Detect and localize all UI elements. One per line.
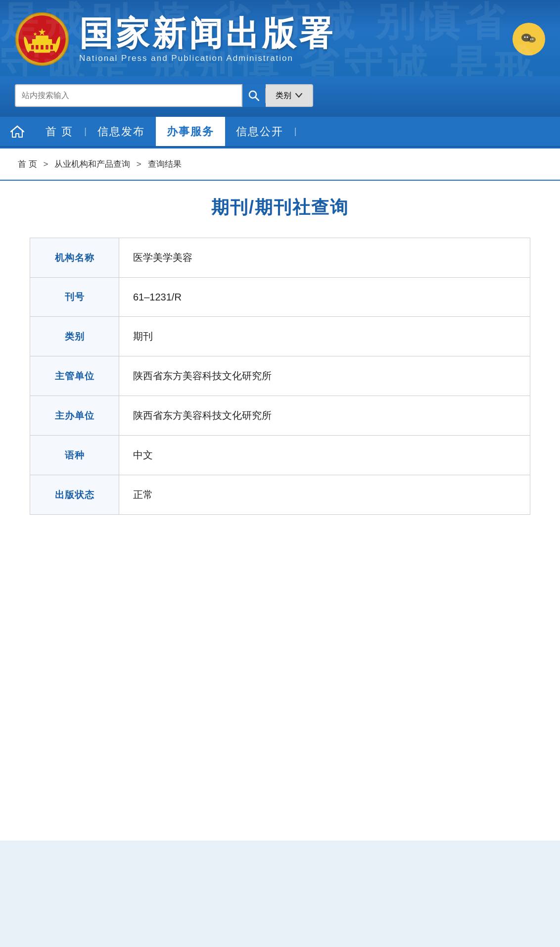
- category-dropdown[interactable]: 类别: [266, 84, 313, 107]
- table-label-cell: 类别: [30, 317, 119, 356]
- svg-point-16: [528, 37, 536, 43]
- table-value-cell: 正常: [119, 475, 530, 515]
- table-value-cell: 陕西省东方美容科技文化研究所: [119, 356, 530, 396]
- table-row: 刊号 61–1231/R: [30, 278, 530, 317]
- svg-rect-7: [41, 45, 44, 50]
- nav-item-home[interactable]: 首 页: [35, 117, 84, 146]
- svg-rect-9: [50, 45, 53, 50]
- header-top: 国家新闻出版署 National Press and Publication A…: [15, 12, 545, 76]
- breadcrumb-home[interactable]: 首 页: [18, 159, 37, 169]
- breadcrumb-sep-1: >: [43, 159, 50, 169]
- table-value-cell: 医学美学美容: [119, 238, 530, 278]
- table-row: 出版状态 正常: [30, 475, 530, 515]
- nav-item-services[interactable]: 办事服务: [156, 117, 225, 146]
- svg-rect-4: [36, 36, 48, 40]
- info-table: 机构名称 医学美学美容 刊号 61–1231/R 类别 期刊 主管单位 陕西省东…: [30, 238, 530, 515]
- search-input[interactable]: [22, 91, 235, 100]
- section-title: 期刊/期刊社查询: [30, 196, 530, 220]
- search-row: 类别: [15, 84, 545, 107]
- svg-rect-5: [31, 45, 34, 50]
- national-emblem: [15, 12, 69, 66]
- svg-point-19: [530, 39, 531, 40]
- svg-rect-8: [46, 45, 48, 50]
- table-row: 类别 期刊: [30, 317, 530, 356]
- site-title-block: 国家新闻出版署 National Press and Publication A…: [79, 15, 503, 64]
- table-label-cell: 刊号: [30, 278, 119, 317]
- navbar: 首 页 | 信息发布 办事服务 信息公开 |: [0, 117, 560, 148]
- table-row: 主办单位 陕西省东方美容科技文化研究所: [30, 396, 530, 436]
- nav-item-open[interactable]: 信息公开: [225, 117, 294, 146]
- wechat-button[interactable]: [513, 23, 545, 55]
- svg-point-20: [532, 39, 533, 40]
- header: 是戒别 慎 省 守诚 别慎省 守诚是 戒别慎 省守诚 是戒别 慎省守: [0, 0, 560, 76]
- table-label-cell: 出版状态: [30, 475, 119, 515]
- page-body: 期刊/期刊社查询 机构名称 医学美学美容 刊号 61–1231/R 类别 期刊 …: [0, 181, 560, 545]
- nav-home-button[interactable]: [0, 117, 35, 146]
- svg-point-18: [527, 37, 528, 38]
- table-label-cell: 主管单位: [30, 356, 119, 396]
- search-button[interactable]: [242, 84, 265, 107]
- search-area: 类别: [0, 76, 560, 117]
- svg-point-17: [524, 37, 526, 38]
- table-label-cell: 语种: [30, 436, 119, 475]
- search-input-wrap: [15, 84, 242, 107]
- breadcrumb: 首 页 > 从业机构和产品查询 > 查询结果: [0, 149, 560, 181]
- svg-rect-14: [34, 50, 50, 53]
- table-row: 机构名称 医学美学美容: [30, 238, 530, 278]
- nav-item-info[interactable]: 信息发布: [87, 117, 156, 146]
- category-label: 类别: [276, 91, 291, 101]
- site-title-chinese: 国家新闻出版署: [79, 15, 503, 52]
- breadcrumb-institutions[interactable]: 从业机构和产品查询: [54, 159, 130, 169]
- main-content: 首 页 > 从业机构和产品查询 > 查询结果 期刊/期刊社查询 机构名称 医学美…: [0, 148, 560, 841]
- nav-sep-2: |: [294, 117, 297, 146]
- table-row: 主管单位 陕西省东方美容科技文化研究所: [30, 356, 530, 396]
- svg-line-22: [256, 98, 259, 101]
- breadcrumb-sep-2: >: [137, 159, 144, 169]
- breadcrumb-current: 查询结果: [148, 159, 182, 169]
- table-label-cell: 机构名称: [30, 238, 119, 278]
- site-title-english: National Press and Publication Administr…: [79, 53, 503, 63]
- table-value-cell: 61–1231/R: [119, 278, 530, 317]
- table-value-cell: 期刊: [119, 317, 530, 356]
- table-value-cell: 中文: [119, 436, 530, 475]
- table-label-cell: 主办单位: [30, 396, 119, 436]
- table-row: 语种 中文: [30, 436, 530, 475]
- svg-rect-6: [36, 45, 39, 50]
- table-value-cell: 陕西省东方美容科技文化研究所: [119, 396, 530, 436]
